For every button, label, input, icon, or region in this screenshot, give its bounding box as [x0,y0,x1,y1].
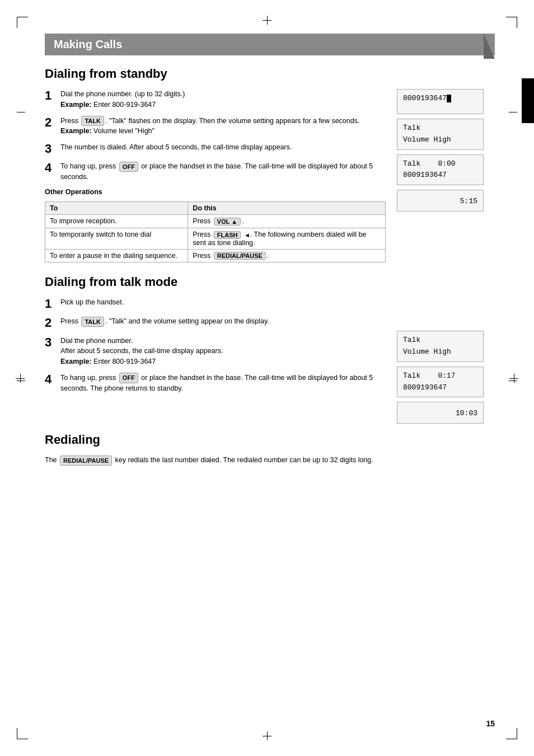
table-cell-to-1: To improve reception. [45,215,188,228]
vol-button-ref: VOL ▲ [214,218,241,226]
dialing-talk-section: Dialing from talk mode 1 Pick up the han… [45,275,495,424]
step-1-text: Dial the phone number. (up to 32 digits.… [60,89,185,110]
dialing-standby-title: Dialing from standby [45,67,495,81]
table-row: To enter a pause in the dialing sequence… [45,249,386,262]
dialing-talk-instructions: 1 Pick up the handset. 2 Press TALK. "Ta… [45,297,386,424]
side-mark-right-top [509,112,517,112]
step-2-number: 2 [45,116,56,129]
page-number: 15 [486,719,495,728]
step-2: 2 Press TALK. "Talk" flashes on the disp… [45,116,386,137]
crosshair-top [263,16,271,25]
talk-step-4: 4 To hang up, press OFF or place the han… [45,373,386,394]
corner-mark-tl [17,17,28,28]
dialing-talk-title: Dialing from talk mode [45,275,495,289]
redialing-text: The REDIAL/PAUSE key redials the last nu… [45,455,495,466]
corner-mark-tr [506,17,517,28]
dialing-standby-instructions: 1 Dial the phone number. (up to 32 digit… [45,89,386,266]
section-header: Making Calls [45,34,495,55]
lcd-display-talk-1: TalkVolume High [397,331,484,362]
step-4-text: To hang up, press OFF or place the hands… [60,161,386,182]
talk-step-4-text: To hang up, press OFF or place the hands… [60,373,386,394]
lcd-display-2: TalkVolume High [397,119,484,150]
lcd-display-talk-3: 10:03 [397,402,484,424]
side-mark-right-mid [509,381,517,381]
side-mark-left-top [17,112,25,112]
crosshair-left [16,374,25,383]
crosshair-bottom [263,731,271,740]
other-ops-table: To Do this To improve reception. Press V… [45,201,386,262]
step-2-text: Press TALK. "Talk" flashes on the displa… [60,116,359,137]
lcd-display-4: 5:15 [397,190,484,212]
talk-step-1-text: Pick up the handset. [60,297,124,308]
step-4-number: 4 [45,161,56,175]
section-header-text: Making Calls [54,38,122,50]
talk-step-1: 1 Pick up the handset. [45,297,386,311]
cursor-indicator [447,95,451,102]
crosshair-right [509,374,518,383]
off-button-ref-2: OFF [119,373,138,383]
flash-button-ref: FLASH [214,231,241,239]
section-tab [522,78,534,123]
step-3-number: 3 [45,142,56,156]
redialing-title: Redialing [45,433,495,447]
talk-button-ref-2: TALK [81,317,104,327]
step-1: 1 Dial the phone number. (up to 32 digit… [45,89,386,110]
other-ops-title: Other Operations [45,188,386,196]
corner-mark-br [506,728,517,739]
step-3-text: The number is dialed. After about 5 seco… [60,142,292,153]
dialing-talk-displays: TalkVolume High Talk 0:178009193647 10:0… [397,297,495,424]
dialing-standby-content: 1 Dial the phone number. (up to 32 digit… [45,89,495,266]
step-3: 3 The number is dialed. After about 5 se… [45,142,386,156]
table-header-to: To [45,202,188,215]
redialing-section: Redialing The REDIAL/PAUSE key redials t… [45,433,495,466]
redial-button-ref-table: REDIAL/PAUSE [214,252,266,260]
talk-step-2-text: Press TALK. "Talk" and the volume settin… [60,316,269,327]
table-row: To improve reception. Press VOL ▲. [45,215,386,228]
dialing-standby-section: Dialing from standby 1 Dial the phone nu… [45,67,495,266]
off-button-ref: OFF [119,162,138,172]
talk-step-2-number: 2 [45,316,56,330]
dialing-talk-content: 1 Pick up the handset. 2 Press TALK. "Ta… [45,297,495,424]
talk-step-2: 2 Press TALK. "Talk" and the volume sett… [45,316,386,330]
talk-step-3: 3 Dial the phone number. After about 5 s… [45,336,386,367]
side-mark-left-mid [17,381,25,381]
talk-button-ref: TALK [81,116,104,126]
step-1-number: 1 [45,89,56,102]
table-cell-do-2: Press FLASH ◄. The following numbers dia… [188,228,386,249]
table-header-do: Do this [188,202,386,215]
dialing-standby-displays: 8009193647 TalkVolume High Talk 0:008009… [397,89,495,266]
lcd-display-talk-2: Talk 0:178009193647 [397,367,484,398]
talk-step-4-number: 4 [45,373,56,386]
lcd-display-3: Talk 0:008009193647 [397,154,484,186]
table-cell-to-2: To temporarily switch to tone dial [45,228,188,249]
redial-button-ref-main: REDIAL/PAUSE [60,456,112,466]
table-cell-to-3: To enter a pause in the dialing sequence… [45,249,188,262]
step-4: 4 To hang up, press OFF or place the han… [45,161,386,182]
page: Making Calls Dialing from standby 1 Dial… [0,0,534,756]
corner-mark-bl [17,728,28,739]
talk-step-3-text: Dial the phone number. After about 5 sec… [60,336,223,367]
lcd-display-1: 8009193647 [397,89,484,114]
table-cell-do-3: Press REDIAL/PAUSE. [188,249,386,262]
table-row: To temporarily switch to tone dial Press… [45,228,386,249]
table-cell-do-1: Press VOL ▲. [188,215,386,228]
talk-step-1-number: 1 [45,297,56,311]
display-spacer [397,297,495,326]
talk-step-3-number: 3 [45,336,56,349]
arrow-left-icon: ◄ [244,232,250,238]
